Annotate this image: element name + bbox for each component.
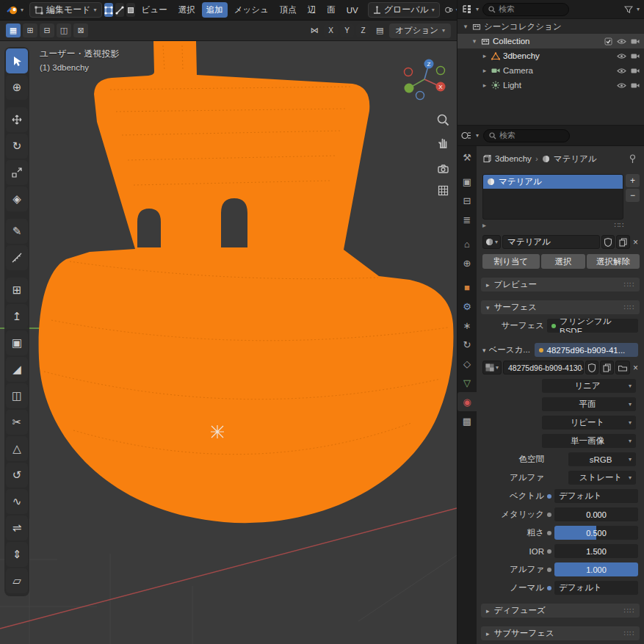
- collection-row[interactable]: ▾ Collection: [457, 34, 644, 48]
- remove-slot-button[interactable]: −: [626, 189, 640, 202]
- menu-face[interactable]: 面: [322, 2, 340, 18]
- metallic-slider[interactable]: 0.000: [554, 507, 638, 521]
- benchy-model[interactable]: [39, 41, 454, 523]
- camera-view-button[interactable]: [435, 160, 451, 176]
- unlink-material-button[interactable]: ×: [632, 237, 640, 247]
- pivot-point-selector[interactable]: ▾: [442, 2, 457, 18]
- mirror-y-toggle[interactable]: Y: [340, 24, 354, 37]
- base-color-field[interactable]: 48275d96-b909-41...: [535, 343, 638, 357]
- expand-icon[interactable]: ▸: [481, 82, 488, 89]
- tool-add-cube[interactable]: ⊞: [6, 278, 28, 303]
- tab-world[interactable]: ⊕: [457, 253, 477, 272]
- menu-add[interactable]: 追加: [202, 2, 228, 18]
- tool-smooth[interactable]: ∿: [6, 489, 28, 514]
- decorator-dot[interactable]: [547, 513, 551, 517]
- pin-icon[interactable]: [629, 154, 637, 164]
- normal-field[interactable]: デフォルト: [554, 581, 638, 595]
- surface-section-header[interactable]: ▾ サーフェス ∷∷: [481, 300, 640, 314]
- select-mode-subtract-button[interactable]: ⊟: [40, 23, 54, 37]
- navigation-gizmo[interactable]: Z X: [402, 57, 446, 101]
- vertex-select-mode-button[interactable]: [104, 3, 113, 17]
- select-button[interactable]: 選択: [541, 254, 585, 269]
- tool-rotate[interactable]: ↻: [6, 134, 28, 159]
- outliner-item-3dbenchy[interactable]: ▸ 3dbenchy: [457, 48, 644, 63]
- zoom-button[interactable]: [435, 112, 451, 128]
- render-visibility-icon[interactable]: [631, 38, 640, 45]
- tab-tool[interactable]: ⚒: [457, 148, 477, 167]
- tool-transform[interactable]: ◈: [6, 187, 28, 211]
- render-visibility-icon[interactable]: [631, 82, 640, 89]
- menu-edge[interactable]: 辺: [303, 2, 321, 18]
- mirror-x-toggle[interactable]: X: [324, 24, 338, 37]
- tab-material[interactable]: ◉: [457, 392, 477, 411]
- new-image-button[interactable]: [600, 361, 614, 375]
- tool-bevel[interactable]: ◢: [6, 357, 28, 382]
- tab-object-data[interactable]: ▽: [457, 373, 477, 392]
- open-image-button[interactable]: [615, 361, 630, 375]
- breadcrumb-material[interactable]: マテリアル: [554, 153, 597, 164]
- tool-spin[interactable]: ↺: [6, 463, 28, 488]
- browse-image-button[interactable]: ▾: [482, 361, 502, 375]
- properties-search[interactable]: 検索: [483, 129, 570, 142]
- eye-icon[interactable]: [617, 68, 626, 74]
- menu-select[interactable]: 選択: [174, 2, 200, 18]
- outliner-editor-icon[interactable]: [462, 4, 472, 14]
- decorator-dot[interactable]: [547, 494, 551, 499]
- tab-object[interactable]: ■: [457, 278, 477, 297]
- pan-button[interactable]: [435, 134, 451, 150]
- material-slot-selected[interactable]: マテリアル: [483, 175, 623, 189]
- tool-cursor[interactable]: ⊕: [6, 75, 28, 100]
- select-mode-extend-button[interactable]: ⊞: [23, 23, 37, 37]
- projection-select[interactable]: 平面 ▾: [542, 397, 636, 411]
- menu-view[interactable]: ビュー: [137, 2, 172, 18]
- gizmo-neg-y[interactable]: [437, 67, 445, 75]
- decorator-dot[interactable]: [547, 586, 551, 590]
- tool-select-box[interactable]: [6, 48, 28, 73]
- assign-button[interactable]: 割り当て: [482, 254, 540, 269]
- decorator-dot[interactable]: [547, 531, 551, 535]
- tab-output[interactable]: ⊟: [457, 191, 477, 210]
- viewport-3d[interactable]: ユーザー・透視投影 (1) 3dbenchy ⊕ ↻: [0, 41, 457, 644]
- tab-physics[interactable]: ↻: [457, 335, 477, 354]
- filter-icon[interactable]: [624, 5, 633, 14]
- tool-shear[interactable]: ▱: [6, 568, 28, 593]
- tool-annotate[interactable]: ✎: [6, 219, 28, 244]
- app-menu-button[interactable]: ▾: [3, 2, 27, 18]
- select-mode-new-button[interactable]: ▦: [6, 23, 21, 37]
- add-slot-button[interactable]: +: [626, 174, 640, 187]
- menu-uv[interactable]: UV: [342, 4, 363, 17]
- specials-menu-icon[interactable]: ▸: [482, 221, 486, 229]
- scene-collection-row[interactable]: ▾ シーンコレクション: [457, 19, 644, 34]
- material-name-field[interactable]: マテリアル: [502, 235, 600, 249]
- tool-loop-cut[interactable]: ◫: [6, 383, 28, 408]
- source-select[interactable]: 単一画像 ▾: [542, 434, 636, 448]
- eye-icon[interactable]: [617, 38, 626, 45]
- menu-mesh[interactable]: メッシュ: [230, 2, 273, 18]
- alpha-slider[interactable]: 1.000: [554, 562, 638, 576]
- select-mode-invert-button[interactable]: ◫: [57, 23, 71, 37]
- mode-selector[interactable]: 編集モード ▾: [29, 2, 102, 18]
- tab-render[interactable]: ▣: [457, 172, 477, 191]
- render-visibility-icon[interactable]: [631, 53, 640, 59]
- diffuse-section-header[interactable]: ▸ ディフューズ ∷∷: [481, 604, 640, 618]
- select-mode-intersect-button[interactable]: ⊠: [73, 23, 88, 37]
- alpha-mode-select[interactable]: ストレート ▾: [568, 471, 636, 485]
- unlink-image-button[interactable]: ×: [632, 363, 640, 373]
- tool-move[interactable]: [6, 107, 28, 132]
- color-space-select[interactable]: sRGB ▾: [568, 452, 636, 466]
- expand-icon[interactable]: ▾: [482, 347, 486, 354]
- checkbox-icon[interactable]: [604, 37, 612, 46]
- edge-select-mode-button[interactable]: [115, 3, 124, 17]
- properties-editor-icon[interactable]: [461, 131, 471, 140]
- render-visibility-icon[interactable]: [631, 68, 640, 74]
- interpolation-select[interactable]: リニア ▾: [542, 379, 636, 393]
- expand-icon[interactable]: ▸: [481, 52, 488, 59]
- mirror-z-toggle[interactable]: Z: [356, 24, 370, 37]
- tab-scene[interactable]: ⌂: [457, 234, 477, 253]
- tool-poly-build[interactable]: △: [6, 436, 28, 461]
- ortho-toggle-button[interactable]: [435, 182, 451, 198]
- material-slot-list[interactable]: マテリアル: [482, 174, 623, 220]
- tool-scale[interactable]: [6, 160, 28, 185]
- tool-extrude-region[interactable]: ↥: [6, 304, 28, 329]
- eye-icon[interactable]: [617, 53, 626, 59]
